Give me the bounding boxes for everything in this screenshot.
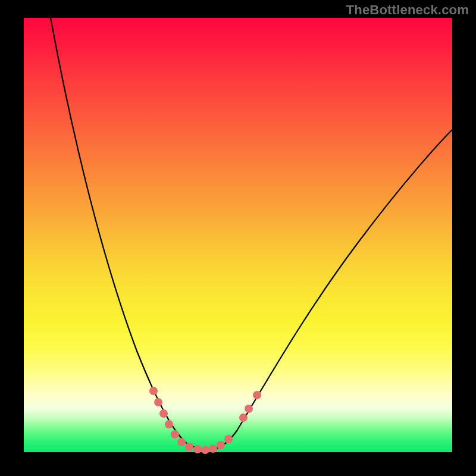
svg-point-8 bbox=[201, 446, 209, 454]
svg-point-5 bbox=[177, 438, 186, 446]
svg-point-3 bbox=[165, 420, 173, 428]
svg-point-12 bbox=[239, 414, 248, 422]
svg-point-2 bbox=[159, 409, 168, 418]
highlight-dots-bottom bbox=[185, 441, 225, 454]
watermark-text: TheBottleneck.com bbox=[346, 2, 469, 18]
svg-point-9 bbox=[209, 444, 217, 453]
svg-point-11 bbox=[224, 435, 233, 443]
svg-point-4 bbox=[171, 430, 179, 439]
svg-point-0 bbox=[149, 387, 158, 395]
chart-svg bbox=[24, 18, 452, 452]
highlight-dots-right bbox=[224, 391, 261, 443]
svg-point-13 bbox=[245, 405, 253, 413]
svg-point-14 bbox=[253, 391, 261, 399]
svg-point-7 bbox=[193, 445, 202, 453]
svg-point-1 bbox=[154, 398, 162, 406]
bottleneck-curve bbox=[51, 18, 452, 450]
svg-point-10 bbox=[217, 441, 225, 449]
plot-area bbox=[24, 18, 452, 452]
chart-container: TheBottleneck.com bbox=[0, 0, 476, 476]
svg-point-6 bbox=[185, 443, 193, 451]
